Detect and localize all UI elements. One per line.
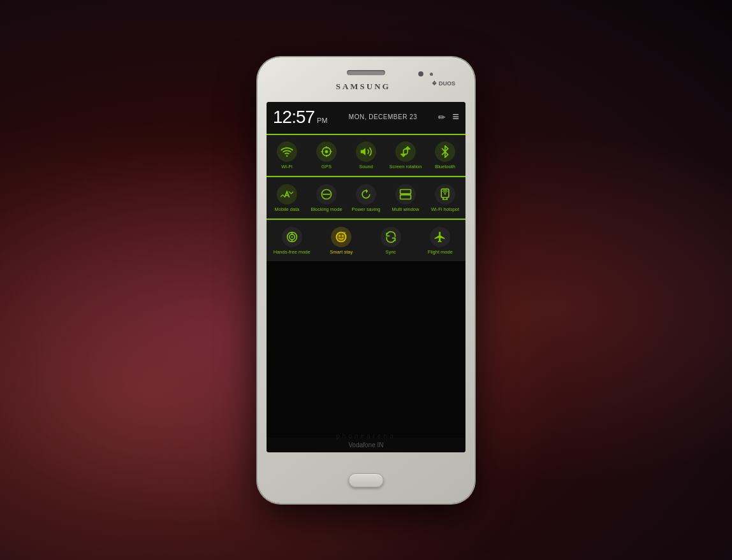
toggle-wifi[interactable]: Wi-Fi [268,139,306,172]
sound-label: Sound [359,164,373,169]
bluetooth-label: Bluetooth [435,164,455,169]
quick-toggles-row3: Hands-free mode [267,220,465,261]
wifi-icon [277,141,297,162]
toggle-hands-free[interactable]: Hands-free mode [268,224,316,257]
scene: SAMSUNG ❖ DUOS 12:57 PM MON, DECEMBER 23… [0,0,732,560]
blocking-label: Blocking mode [311,206,342,212]
smart-stay-label: Smart stay [330,249,353,255]
toggle-bluetooth[interactable]: Bluetooth [426,139,464,172]
camera-dot [418,71,423,76]
carrier-text: Vodafone IN [267,438,465,452]
multi-window-icon [395,184,416,205]
toggle-flight-mode[interactable]: Flight mode [416,224,465,257]
date: MON, DECEMBER 23 [349,113,417,120]
flight-mode-icon [430,227,450,247]
toggle-smart-stay[interactable]: Smart stay [318,224,366,257]
toggle-gps[interactable]: GPS [307,139,346,172]
quick-toggles-row1: Wi-Fi [267,135,465,176]
wifi-hotspot-label: Wi-Fi hotspot [431,206,459,212]
svg-point-17 [291,236,293,238]
wifi-label: Wi-Fi [281,164,293,169]
ampm: PM [317,117,328,124]
sensor-dot [430,73,433,76]
svg-rect-11 [400,189,411,194]
samsung-brand: SAMSUNG [336,82,391,92]
android-screen: 12:57 PM MON, DECEMBER 23 ✏ ≡ [267,102,465,452]
svg-point-22 [339,235,341,237]
duos-badge: ❖ DUOS [432,80,455,87]
toggle-mobile-data[interactable]: Mobile data [268,182,306,215]
svg-point-23 [342,235,344,237]
toggle-multi-window[interactable]: Multi window [386,182,425,215]
rotation-label: Screen rotation [390,164,422,169]
wifi-hotspot-icon [435,184,455,205]
rotation-icon [395,141,416,162]
toggle-sound[interactable]: Sound [347,139,385,172]
edit-icon[interactable]: ✏ [438,112,446,122]
home-button[interactable] [349,473,384,487]
sound-icon [356,141,376,162]
mobile-data-icon [277,184,297,205]
toggle-wifi-hotspot[interactable]: Wi-Fi hotspot [426,182,464,215]
time-display: 12:57 PM [273,107,328,127]
quick-toggles-row2: Mobile data Blocking mode [267,177,465,219]
mobile-data-label: Mobile data [275,206,300,212]
bluetooth-icon [435,141,455,162]
sync-icon [381,227,401,247]
grid-menu-icon[interactable]: ≡ [452,110,459,124]
svg-rect-12 [400,194,411,199]
gps-icon [316,141,337,162]
svg-point-14 [444,192,446,194]
svg-point-2 [325,150,328,153]
speaker-grill [347,70,385,75]
toggle-power-saving[interactable]: Power saving [347,182,385,215]
blocking-icon [316,184,337,205]
flight-mode-label: Flight mode [428,249,453,255]
smart-stay-icon [331,227,351,247]
header-icons: ✏ ≡ [438,110,459,124]
toggle-rotation[interactable]: Screen rotation [386,139,425,172]
notification-panel: 12:57 PM MON, DECEMBER 23 ✏ ≡ [267,102,465,134]
phone-screen: 12:57 PM MON, DECEMBER 23 ✏ ≡ [267,102,465,452]
time: 12:57 [273,107,314,127]
gps-label: GPS [321,164,332,169]
time-row: 12:57 PM MON, DECEMBER 23 ✏ ≡ [273,107,459,127]
power-saving-label: Power saving [351,206,380,212]
multi-window-label: Multi window [392,206,420,212]
svg-point-0 [286,155,288,157]
screen-dark-area [267,261,465,438]
sync-label: Sync [385,249,396,255]
hands-free-icon [282,227,302,247]
phone-body: SAMSUNG ❖ DUOS 12:57 PM MON, DECEMBER 23… [258,57,474,503]
toggle-blocking[interactable]: Blocking mode [307,182,346,215]
power-saving-icon [356,184,376,205]
hands-free-label: Hands-free mode [274,249,311,255]
svg-marker-7 [361,148,366,155]
toggle-sync[interactable]: Sync [367,224,415,257]
